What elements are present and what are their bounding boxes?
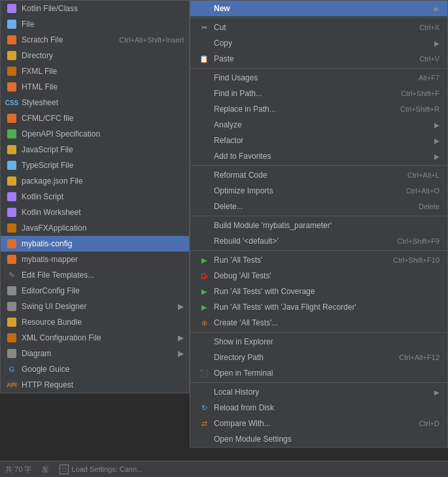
editorconfig-icon [6,285,18,297]
menu-item-cfml[interactable]: CFML/CFC file [1,110,189,126]
menu-item-replace-in-path[interactable]: Replace in Path... Ctrl+Shift+R [190,101,447,117]
menu-item-label: Compare With... [214,419,271,428]
menu-item-debug-tests[interactable]: 🐞 Debug 'All Tests' [190,268,447,284]
ktw-icon [6,206,18,218]
menu-item-optimize-imports[interactable]: Optimize Imports Ctrl+Alt+O [190,183,447,199]
menu-item-edit-templates[interactable]: ✎ Edit File Templates... [1,267,189,283]
menu-item-cut[interactable]: ✂ Cut Ctrl+X [190,20,447,35]
menu-item-label: Reformat Code [214,171,267,180]
menu-item-run-coverage[interactable]: ▶ Run 'All Tests' with Coverage [190,284,447,299]
menu-item-label: Directory [22,51,53,60]
menu-item-editorconfig[interactable]: EditorConfig File [1,283,189,299]
menu-item-kotlin-worksheet[interactable]: Kotlin Worksheet [1,205,189,220]
menu-item-refactor[interactable]: Refactor ▶ [190,133,447,148]
menu-item-html[interactable]: HTML File [1,79,189,95]
menu-item-label: Show in Explorer [214,337,273,346]
openapi-icon [6,128,18,140]
menu-item-delete[interactable]: Delete... Delete [190,199,447,214]
menu-item-label: Add to Favorites [214,152,271,161]
menu-item-add-favorites[interactable]: Add to Favorites ▶ [190,148,447,164]
right-context-menu[interactable]: New ▶ ✂ Cut Ctrl+X Copy ▶ 📋 Paste Ctrl+V… [190,0,448,448]
menu-item-google-guice[interactable]: G Google Guice [1,361,189,377]
menu-item-analyze[interactable]: Analyze ▶ [190,117,447,133]
menu-item-label: Find in Path... [214,89,262,98]
menu-item-label: mybatis-mapper [22,255,78,264]
menu-item-file[interactable]: File [1,16,189,32]
menu-item-label: Debug 'All Tests' [214,271,271,280]
menu-item-copy[interactable]: Copy ▶ [190,35,447,51]
menu-item-label: Resource Bundle [22,318,82,327]
menu-item-find-in-path[interactable]: Find in Path... Ctrl+Shift+F [190,86,447,101]
notification[interactable]: □ Load Settings: Cann... [60,465,143,474]
menu-item-label: New [214,4,230,13]
replace-icon [198,103,210,115]
menu-item-module-settings[interactable]: Open Module Settings [190,431,447,447]
menu-item-label: package.json File [22,176,82,186]
optimize-imports-icon [198,185,210,197]
menu-item-xml-config[interactable]: XML Configuration File ▶ [1,330,189,346]
menu-item-resource-bundle[interactable]: Resource Bundle [1,314,189,330]
menu-item-find-usages[interactable]: Find Usages Alt+F7 [190,70,447,86]
analyze-icon [198,119,210,131]
menu-item-compare[interactable]: ⇄ Compare With... Ctrl+D [190,416,447,431]
menu-item-paste[interactable]: 📋 Paste Ctrl+V [190,51,447,67]
menu-item-shortcut: Ctrl+V [419,55,439,63]
js-icon [6,144,18,156]
menu-item-shortcut: Delete [419,203,439,210]
menu-item-reformat[interactable]: Reformat Code Ctrl+Alt+L [190,167,447,183]
menu-item-kotlin-script[interactable]: Kotlin Script [1,189,189,205]
menu-item-shortcut: Ctrl+Alt+F12 [399,354,439,361]
menu-item-local-history[interactable]: Local History ▶ [190,384,447,400]
separator [190,18,447,18]
find-path-icon [198,88,210,99]
menu-item-new[interactable]: New ▶ [190,1,447,16]
notification-text: Load Settings: Cann... [71,465,143,473]
menu-item-label: Find Usages [214,73,258,82]
new-icon [198,3,210,14]
flight-icon: ▶ [198,301,210,313]
menu-item-http-request[interactable]: API HTTP Request [1,377,189,393]
menu-item-build-module[interactable]: Build Module 'mybatis_parameter' [190,218,447,233]
menu-item-package-json[interactable]: package.json File [1,173,189,189]
menu-item-label: Refactor [214,136,243,145]
menu-item-typescript[interactable]: TypeScript File [1,157,189,173]
menu-item-label: Swing UI Designer [22,302,86,311]
menu-item-run-flight[interactable]: ▶ Run 'All Tests' with 'Java Flight Reco… [190,299,447,315]
menu-item-open-terminal[interactable]: ⬛ Open in Terminal [190,365,447,381]
menu-item-run-tests[interactable]: ▶ Run 'All Tests' Ctrl+Shift+F10 [190,252,447,268]
menu-item-reload-disk[interactable]: ↻ Reload from Disk [190,400,447,416]
menu-item-create-tests[interactable]: ⊕ Create 'All Tests'... [190,315,447,331]
notification-icon: □ [60,465,69,474]
menu-item-javafx[interactable]: JavaFXApplication [1,220,189,236]
menu-item-mybatis-mapper[interactable]: mybatis-mapper [1,252,189,267]
menu-item-label: Stylesheet [22,98,58,107]
commit-status: 发 [42,465,49,474]
left-context-menu[interactable]: Kotlin File/Class File Scratch File Ctrl… [0,0,190,393]
menu-item-label: Edit File Templates... [22,271,94,280]
menu-item-mybatis-config[interactable]: mybatis-config [1,236,189,252]
menu-item-fxml[interactable]: FXML File [1,63,189,79]
terminal-icon: ⬛ [198,367,210,379]
cfml-icon [6,112,18,124]
menu-item-show-explorer[interactable]: Show in Explorer [190,334,447,350]
menu-item-openapi[interactable]: OpenAPI Specification [1,126,189,142]
find-usages-icon [198,72,210,84]
history-icon [198,386,210,398]
menu-item-diagram[interactable]: Diagram ▶ [1,346,189,361]
menu-item-dir-path[interactable]: Directory Path Ctrl+Alt+F12 [190,350,447,365]
menu-item-rebuild[interactable]: Rebuild '<default>' Ctrl+Shift+F9 [190,233,447,249]
menu-item-label: HTTP Request [22,380,73,389]
submenu-arrow: ▶ [434,122,439,129]
menu-item-kotlin[interactable]: Kotlin File/Class [1,1,189,16]
menu-item-javascript[interactable]: JavaScript File [1,142,189,157]
run-icon: ▶ [198,254,210,266]
copy-icon [198,37,210,49]
menu-item-swing[interactable]: Swing UI Designer ▶ [1,299,189,314]
submenu-arrow: ▶ [434,153,439,160]
compare-icon: ⇄ [198,418,210,429]
menu-item-shortcut: Ctrl+X [419,24,439,31]
menu-item-stylesheet[interactable]: CSS Stylesheet [1,95,189,110]
menu-item-directory[interactable]: Directory [1,48,189,63]
menu-item-label: Kotlin Worksheet [22,208,81,217]
menu-item-scratch[interactable]: Scratch File Ctrl+Alt+Shift+Insert [1,32,189,48]
